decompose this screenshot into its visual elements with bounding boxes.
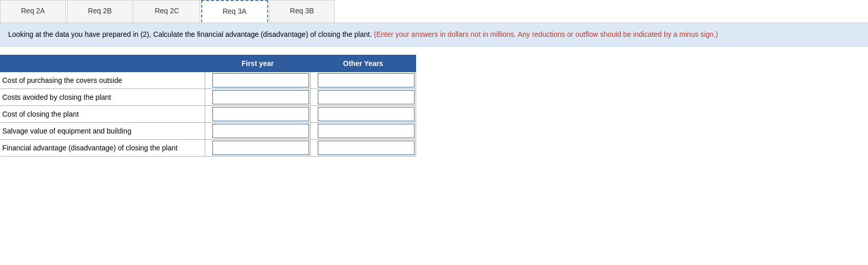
tab-req2c-label: Req 2C [155, 7, 179, 15]
input-first-year-1[interactable] [212, 90, 309, 104]
input-first-year-2[interactable] [212, 107, 309, 121]
input-cell-first-year-1 [205, 89, 311, 106]
input-cell-other-years-4 [311, 140, 416, 157]
header-label-col [1, 55, 205, 72]
instruction-main-text: Looking at the data you have prepared in… [8, 30, 372, 38]
input-cell-first-year-2 [205, 106, 311, 123]
tab-req2b[interactable]: Req 2B [67, 0, 133, 23]
table-row: Cost of purchasing the covers outside [1, 72, 416, 89]
tab-req2c[interactable]: Req 2C [134, 0, 200, 23]
table-row: Financial advantage (disadvantage) of cl… [1, 140, 416, 157]
input-other-years-4[interactable] [318, 141, 415, 155]
tab-req2b-label: Req 2B [88, 7, 112, 15]
tab-req3a-label: Req 3A [223, 7, 247, 15]
input-cell-first-year-4 [205, 140, 311, 157]
input-first-year-0[interactable] [212, 73, 309, 87]
input-cell-other-years-2 [311, 106, 416, 123]
financial-advantage-table: First year Other Years Cost of purchasin… [0, 55, 416, 157]
input-cell-other-years-3 [311, 123, 416, 140]
table-row: Cost of closing the plant [1, 106, 416, 123]
tab-req2a-label: Req 2A [21, 7, 45, 15]
table-header-row: First year Other Years [1, 55, 416, 72]
header-other-years: Other Years [311, 55, 416, 72]
row-label-4: Financial advantage (disadvantage) of cl… [1, 140, 205, 157]
input-first-year-4[interactable] [212, 141, 309, 155]
instruction-red-text: (Enter your answers in dollars not in mi… [374, 30, 718, 38]
input-cell-other-years-1 [311, 89, 416, 106]
tab-req3b[interactable]: Req 3B [269, 0, 335, 23]
tabs-bar: Req 2A Req 2B Req 2C Req 3A Req 3B [0, 0, 868, 23]
tab-req3b-label: Req 3B [290, 7, 314, 15]
input-other-years-1[interactable] [318, 90, 415, 104]
data-table-container: First year Other Years Cost of purchasin… [0, 55, 416, 157]
input-cell-first-year-0 [205, 72, 311, 89]
instruction-box: Looking at the data you have prepared in… [0, 23, 868, 47]
row-label-3: Salvage value of equipment and building [1, 123, 205, 140]
tab-req2a[interactable]: Req 2A [0, 0, 66, 23]
table-row: Costs avoided by closing the plant [1, 89, 416, 106]
input-cell-first-year-3 [205, 123, 311, 140]
table-row: Salvage value of equipment and building [1, 123, 416, 140]
input-first-year-3[interactable] [212, 124, 309, 138]
row-label-2: Cost of closing the plant [1, 106, 205, 123]
row-label-1: Costs avoided by closing the plant [1, 89, 205, 106]
header-first-year: First year [205, 55, 311, 72]
input-other-years-2[interactable] [318, 107, 415, 121]
input-other-years-0[interactable] [318, 73, 415, 87]
row-label-0: Cost of purchasing the covers outside [1, 72, 205, 89]
input-cell-other-years-0 [311, 72, 416, 89]
input-other-years-3[interactable] [318, 124, 415, 138]
tab-req3a[interactable]: Req 3A [201, 0, 268, 23]
